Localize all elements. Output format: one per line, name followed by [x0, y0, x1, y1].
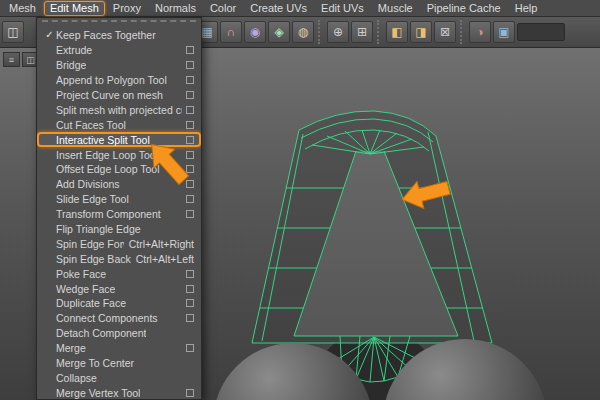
option-box-icon[interactable]	[186, 136, 194, 144]
snap-to-plane-icon[interactable]: ◈	[268, 21, 290, 43]
toolbar-group-divider[interactable]	[318, 20, 323, 44]
menu-item-label: Cut Faces Tool	[56, 119, 126, 131]
option-box-icon[interactable]	[186, 210, 194, 218]
menu-item-label: Flip Triangle Edge	[56, 223, 141, 235]
menu-item-spin-edge-forward[interactable]: Spin Edge ForwardCtrl+Alt+Right	[37, 236, 201, 251]
menu-item-label: Extrude	[56, 44, 92, 56]
construction-history-icon[interactable]: ⊕	[327, 21, 349, 43]
menu-item-label: Interactive Split Tool	[56, 134, 150, 146]
menu-item-detach-component[interactable]: Detach Component	[37, 326, 201, 341]
menu-item-label: Wedge Face	[56, 283, 115, 295]
option-box-icon[interactable]	[186, 106, 194, 114]
menu-item-shortcut: Ctrl+Alt+Right	[129, 238, 194, 250]
menu-item-offset-edge-loop-tool[interactable]: Offset Edge Loop Tool	[37, 162, 201, 177]
option-box-icon[interactable]	[186, 46, 194, 54]
menu-item-label: Slide Edge Tool	[56, 193, 129, 205]
menu-item-slide-edge-tool[interactable]: Slide Edge Tool	[37, 192, 201, 207]
menu-item-project-curve-on-mesh[interactable]: Project Curve on mesh	[37, 88, 201, 103]
menu-item-label: Spin Edge Backward	[56, 253, 131, 265]
menu-item-label: Collapse	[56, 372, 97, 384]
toolbar-group-divider[interactable]	[377, 20, 382, 44]
option-box-icon[interactable]	[186, 91, 194, 99]
toolbar-group-divider[interactable]	[460, 20, 465, 44]
list-input-icon[interactable]: ⊞	[351, 21, 373, 43]
quick-select-field[interactable]	[517, 23, 565, 41]
menu-item-transform-component[interactable]: Transform Component	[37, 207, 201, 222]
option-box-icon[interactable]	[186, 389, 194, 397]
menu-item-label: Append to Polygon Tool	[56, 74, 167, 86]
menu-item-interactive-split-tool[interactable]: Interactive Split Tool	[37, 132, 201, 147]
menubar: MeshEdit MeshProxyNormalsColorCreate UVs…	[0, 0, 600, 17]
menu-item-label: Merge Vertex Tool	[56, 387, 140, 399]
menubar-item-create-uvs[interactable]: Create UVs	[244, 1, 313, 16]
menu-item-shortcut: Ctrl+Alt+Left	[136, 253, 194, 265]
option-box-icon[interactable]	[186, 344, 194, 352]
menubar-item-edit-uvs[interactable]: Edit UVs	[315, 1, 370, 16]
menu-item-merge-vertex-tool[interactable]: Merge Vertex Tool	[37, 385, 201, 400]
menubar-item-color[interactable]: Color	[204, 1, 242, 16]
menu-item-connect-components[interactable]: Connect Components	[37, 311, 201, 326]
menu-item-label: Project Curve on mesh	[56, 89, 163, 101]
option-box-icon[interactable]	[186, 195, 194, 203]
option-box-icon[interactable]	[186, 299, 194, 307]
menu-item-flip-triangle-edge[interactable]: Flip Triangle Edge	[37, 222, 201, 237]
menu-item-label: Add Divisions	[56, 178, 120, 190]
paint-effects-icon[interactable]: ◑	[469, 21, 491, 43]
menu-item-cut-faces-tool[interactable]: Cut Faces Tool	[37, 117, 201, 132]
edit-mesh-menu: ✓Keep Faces TogetherExtrudeBridgeAppend …	[36, 17, 202, 400]
menu-item-label: Detach Component	[56, 327, 146, 339]
menubar-item-normals[interactable]: Normals	[149, 1, 202, 16]
menu-item-merge-to-center[interactable]: Merge To Center	[37, 356, 201, 371]
menu-item-label: Bridge	[56, 59, 86, 71]
menubar-item-help[interactable]: Help	[509, 1, 544, 16]
menu-item-duplicate-face[interactable]: Duplicate Face	[37, 296, 201, 311]
menu-item-label: Duplicate Face	[56, 297, 126, 309]
menu-item-label: Keep Faces Together	[56, 29, 156, 41]
menubar-item-mesh[interactable]: Mesh	[3, 1, 42, 16]
menubar-item-muscle[interactable]: Muscle	[372, 1, 419, 16]
menu-item-insert-edge-loop-tool[interactable]: Insert Edge Loop Tool	[37, 147, 201, 162]
view-layout-icon[interactable]: ◫	[2, 21, 24, 43]
menu-item-label: Connect Components	[56, 312, 158, 324]
edit-mesh-menu-items: ✓Keep Faces TogetherExtrudeBridgeAppend …	[37, 28, 201, 400]
menu-item-label: Spin Edge Forward	[56, 238, 124, 250]
menu-item-extrude[interactable]: Extrude	[37, 43, 201, 58]
menubar-item-edit-mesh[interactable]: Edit Mesh	[44, 1, 105, 16]
menu-item-bridge[interactable]: Bridge	[37, 58, 201, 73]
menu-item-merge[interactable]: Merge	[37, 341, 201, 356]
option-box-icon[interactable]	[186, 76, 194, 84]
menu-item-spin-edge-backward[interactable]: Spin Edge BackwardCtrl+Alt+Left	[37, 251, 201, 266]
snap-to-point-icon[interactable]: ◉	[244, 21, 266, 43]
render-icon[interactable]: ◧	[386, 21, 408, 43]
make-live-icon[interactable]: ◍	[292, 21, 314, 43]
option-box-icon[interactable]	[186, 165, 194, 173]
menu-item-label: Transform Component	[56, 208, 161, 220]
menu-item-keep-faces-together[interactable]: ✓Keep Faces Together	[37, 28, 201, 43]
render-settings-icon[interactable]: ⊠	[434, 21, 456, 43]
menu-item-split-mesh-with-projected-curve[interactable]: Split mesh with projected curve	[37, 102, 201, 117]
option-box-icon[interactable]	[186, 314, 194, 322]
menubar-item-proxy[interactable]: Proxy	[107, 1, 147, 16]
option-box-icon[interactable]	[186, 270, 194, 278]
option-box-icon[interactable]	[186, 285, 194, 293]
menu-item-label: Poke Face	[56, 268, 106, 280]
option-box-icon[interactable]	[186, 61, 194, 69]
ipr-render-icon[interactable]: ◨	[410, 21, 432, 43]
menu-item-label: Insert Edge Loop Tool	[56, 149, 158, 161]
menu-item-append-to-polygon-tool[interactable]: Append to Polygon Tool	[37, 73, 201, 88]
menu-item-label: Merge To Center	[56, 357, 134, 369]
menu-item-collapse[interactable]: Collapse	[37, 370, 201, 385]
menu-item-poke-face[interactable]: Poke Face	[37, 266, 201, 281]
hypershade-icon[interactable]: ▣	[493, 21, 515, 43]
menu-item-label: Merge	[56, 342, 86, 354]
menu-item-label: Split mesh with projected curve	[56, 104, 182, 116]
option-box-icon[interactable]	[186, 121, 194, 129]
menu-item-add-divisions[interactable]: Add Divisions	[37, 177, 201, 192]
option-box-icon[interactable]	[186, 151, 194, 159]
menu-tearoff-handle[interactable]	[42, 20, 196, 27]
menu-item-wedge-face[interactable]: Wedge Face	[37, 281, 201, 296]
panel-menu-icon[interactable]: ≡	[3, 52, 20, 67]
option-box-icon[interactable]	[186, 180, 194, 188]
snap-to-curve-icon[interactable]: ∩	[220, 21, 242, 43]
menubar-item-pipeline-cache[interactable]: Pipeline Cache	[421, 1, 507, 16]
